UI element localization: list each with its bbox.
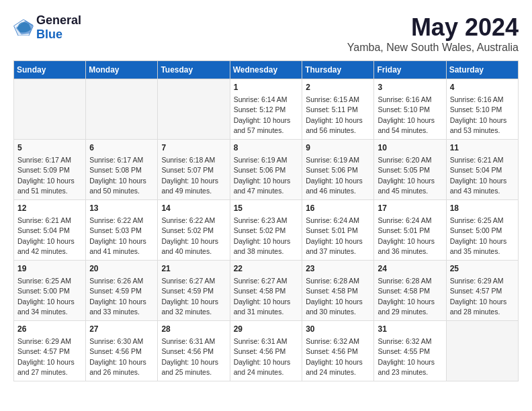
day-info: Sunrise: 6:27 AM Sunset: 4:59 PM Dayligh… [161, 277, 218, 316]
logo-text: General Blue [36, 13, 81, 42]
day-number: 17 [378, 203, 442, 214]
day-number: 23 [306, 263, 370, 275]
day-number: 13 [89, 203, 154, 214]
calendar-week-row: 1Sunrise: 6:14 AM Sunset: 5:12 PM Daylig… [14, 79, 519, 140]
calendar-cell: 21Sunrise: 6:27 AM Sunset: 4:59 PM Dayli… [158, 261, 230, 321]
day-number: 7 [161, 142, 226, 154]
calendar-cell [158, 79, 230, 140]
day-info: Sunrise: 6:15 AM Sunset: 5:11 PM Dayligh… [306, 95, 363, 134]
day-info: Sunrise: 6:23 AM Sunset: 5:02 PM Dayligh… [234, 216, 291, 255]
day-info: Sunrise: 6:17 AM Sunset: 5:08 PM Dayligh… [89, 156, 146, 195]
day-number: 19 [17, 263, 82, 275]
day-number: 21 [161, 263, 226, 275]
day-number: 26 [17, 324, 82, 335]
day-info: Sunrise: 6:32 AM Sunset: 4:56 PM Dayligh… [306, 337, 363, 376]
day-number: 8 [234, 142, 299, 154]
calendar-cell [86, 79, 158, 140]
day-info: Sunrise: 6:32 AM Sunset: 4:55 PM Dayligh… [378, 337, 435, 376]
day-info: Sunrise: 6:24 AM Sunset: 5:01 PM Dayligh… [378, 216, 435, 255]
day-info: Sunrise: 6:17 AM Sunset: 5:09 PM Dayligh… [17, 156, 75, 195]
calendar-header-row: SundayMondayTuesdayWednesdayThursdayFrid… [14, 61, 519, 79]
day-info: Sunrise: 6:26 AM Sunset: 4:59 PM Dayligh… [89, 277, 146, 316]
day-header-sunday: Sunday [14, 61, 86, 79]
day-number: 2 [306, 82, 370, 93]
day-number: 4 [450, 82, 515, 93]
day-info: Sunrise: 6:25 AM Sunset: 5:00 PM Dayligh… [17, 277, 75, 316]
calendar-cell: 29Sunrise: 6:31 AM Sunset: 4:56 PM Dayli… [230, 321, 302, 381]
calendar-week-row: 19Sunrise: 6:25 AM Sunset: 5:00 PM Dayli… [14, 261, 519, 321]
day-info: Sunrise: 6:18 AM Sunset: 5:07 PM Dayligh… [161, 156, 218, 195]
calendar-cell: 23Sunrise: 6:28 AM Sunset: 4:58 PM Dayli… [302, 261, 374, 321]
calendar-cell: 24Sunrise: 6:28 AM Sunset: 4:58 PM Dayli… [374, 261, 446, 321]
day-info: Sunrise: 6:24 AM Sunset: 5:01 PM Dayligh… [306, 216, 363, 255]
calendar-cell: 16Sunrise: 6:24 AM Sunset: 5:01 PM Dayli… [302, 200, 374, 261]
day-number: 27 [89, 324, 154, 335]
day-number: 29 [234, 324, 299, 335]
day-info: Sunrise: 6:25 AM Sunset: 5:00 PM Dayligh… [450, 216, 507, 255]
calendar-cell: 17Sunrise: 6:24 AM Sunset: 5:01 PM Dayli… [374, 200, 446, 261]
title-block: May 2024 Yamba, New South Wales, Austral… [347, 13, 519, 54]
month-title: May 2024 [347, 13, 519, 42]
day-number: 20 [89, 263, 154, 275]
calendar-cell: 7Sunrise: 6:18 AM Sunset: 5:07 PM Daylig… [158, 140, 230, 200]
day-number: 15 [234, 203, 299, 214]
day-number: 10 [378, 142, 442, 154]
day-number: 6 [89, 142, 154, 154]
calendar-cell: 5Sunrise: 6:17 AM Sunset: 5:09 PM Daylig… [14, 140, 86, 200]
calendar-cell: 14Sunrise: 6:22 AM Sunset: 5:02 PM Dayli… [158, 200, 230, 261]
day-number: 31 [378, 324, 442, 335]
day-header-wednesday: Wednesday [230, 61, 302, 79]
calendar-cell: 22Sunrise: 6:27 AM Sunset: 4:58 PM Dayli… [230, 261, 302, 321]
calendar-cell [446, 321, 518, 381]
logo-blue: Blue [36, 28, 62, 41]
day-number: 5 [17, 142, 82, 154]
day-info: Sunrise: 6:16 AM Sunset: 5:10 PM Dayligh… [378, 95, 435, 134]
day-info: Sunrise: 6:28 AM Sunset: 4:58 PM Dayligh… [306, 277, 363, 316]
day-number: 9 [306, 142, 370, 154]
calendar-cell [14, 79, 86, 140]
day-header-thursday: Thursday [302, 61, 374, 79]
day-number: 28 [161, 324, 226, 335]
calendar-cell: 28Sunrise: 6:31 AM Sunset: 4:56 PM Dayli… [158, 321, 230, 381]
day-number: 11 [450, 142, 515, 154]
day-header-monday: Monday [86, 61, 158, 79]
day-header-friday: Friday [374, 61, 446, 79]
calendar-cell: 1Sunrise: 6:14 AM Sunset: 5:12 PM Daylig… [230, 79, 302, 140]
calendar-cell: 15Sunrise: 6:23 AM Sunset: 5:02 PM Dayli… [230, 200, 302, 261]
day-number: 1 [234, 82, 299, 93]
location-title: Yamba, New South Wales, Australia [347, 42, 519, 54]
calendar-cell: 4Sunrise: 6:16 AM Sunset: 5:10 PM Daylig… [446, 79, 518, 140]
day-number: 3 [378, 82, 442, 93]
day-info: Sunrise: 6:22 AM Sunset: 5:03 PM Dayligh… [89, 216, 146, 255]
day-info: Sunrise: 6:29 AM Sunset: 4:57 PM Dayligh… [450, 277, 507, 316]
day-number: 16 [306, 203, 370, 214]
calendar-cell: 2Sunrise: 6:15 AM Sunset: 5:11 PM Daylig… [302, 79, 374, 140]
calendar-cell: 9Sunrise: 6:19 AM Sunset: 5:06 PM Daylig… [302, 140, 374, 200]
calendar-cell: 6Sunrise: 6:17 AM Sunset: 5:08 PM Daylig… [86, 140, 158, 200]
calendar-cell: 31Sunrise: 6:32 AM Sunset: 4:55 PM Dayli… [374, 321, 446, 381]
calendar-week-row: 12Sunrise: 6:21 AM Sunset: 5:04 PM Dayli… [14, 200, 519, 261]
day-info: Sunrise: 6:28 AM Sunset: 4:58 PM Dayligh… [378, 277, 435, 316]
day-info: Sunrise: 6:21 AM Sunset: 5:04 PM Dayligh… [17, 216, 75, 255]
day-number: 25 [450, 263, 515, 275]
day-info: Sunrise: 6:20 AM Sunset: 5:05 PM Dayligh… [378, 156, 435, 195]
calendar-cell: 19Sunrise: 6:25 AM Sunset: 5:00 PM Dayli… [14, 261, 86, 321]
day-number: 30 [306, 324, 370, 335]
page-header: General Blue May 2024 Yamba, New South W… [13, 13, 519, 54]
day-number: 24 [378, 263, 442, 275]
day-number: 22 [234, 263, 299, 275]
calendar-cell: 8Sunrise: 6:19 AM Sunset: 5:06 PM Daylig… [230, 140, 302, 200]
day-info: Sunrise: 6:21 AM Sunset: 5:04 PM Dayligh… [450, 156, 507, 195]
calendar-week-row: 5Sunrise: 6:17 AM Sunset: 5:09 PM Daylig… [14, 140, 519, 200]
day-info: Sunrise: 6:19 AM Sunset: 5:06 PM Dayligh… [234, 156, 291, 195]
day-info: Sunrise: 6:31 AM Sunset: 4:56 PM Dayligh… [234, 337, 291, 376]
day-header-tuesday: Tuesday [158, 61, 230, 79]
logo: General Blue [13, 13, 81, 42]
calendar-cell: 25Sunrise: 6:29 AM Sunset: 4:57 PM Dayli… [446, 261, 518, 321]
day-info: Sunrise: 6:31 AM Sunset: 4:56 PM Dayligh… [161, 337, 218, 376]
calendar-cell: 10Sunrise: 6:20 AM Sunset: 5:05 PM Dayli… [374, 140, 446, 200]
logo-general: General [36, 13, 81, 27]
day-info: Sunrise: 6:14 AM Sunset: 5:12 PM Dayligh… [234, 95, 291, 134]
calendar-cell: 30Sunrise: 6:32 AM Sunset: 4:56 PM Dayli… [302, 321, 374, 381]
calendar-week-row: 26Sunrise: 6:29 AM Sunset: 4:57 PM Dayli… [14, 321, 519, 381]
